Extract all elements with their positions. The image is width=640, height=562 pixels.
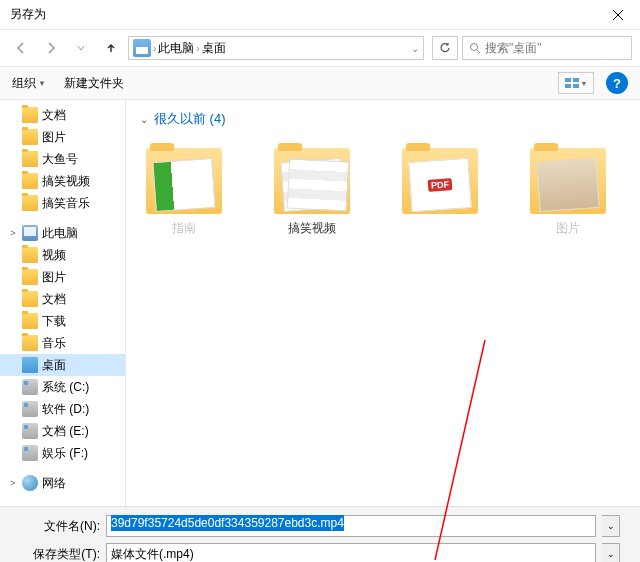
items-grid: 指南搞笑视频图片 [140, 148, 626, 236]
folder-icon [146, 148, 222, 214]
chevron-down-icon[interactable]: ⌄ [411, 43, 419, 54]
folder-icon [22, 269, 38, 285]
sidebar-item-label: 网络 [42, 475, 66, 492]
sidebar-item-网络[interactable]: >网络 [0, 472, 125, 494]
sidebar-item-视频[interactable]: 视频 [0, 244, 125, 266]
sidebar-item-label: 文档 [42, 291, 66, 308]
chevron-right-icon: › [196, 43, 199, 54]
sidebar-item-音乐[interactable]: 音乐 [0, 332, 125, 354]
sidebar-item-图片[interactable]: 图片 [0, 126, 125, 148]
drive-icon [22, 379, 38, 395]
sidebar-item-label: 视频 [42, 247, 66, 264]
folder-item[interactable]: 图片 [524, 148, 612, 236]
sidebar-item-label: 图片 [42, 269, 66, 286]
up-button[interactable] [98, 35, 124, 61]
sidebar-item-label: 系统 (C:) [42, 379, 89, 396]
chevron-down-icon: ▼ [581, 80, 588, 87]
svg-point-0 [471, 44, 478, 51]
pc-icon [133, 39, 151, 57]
toolbar: 组织 ▼ 新建文件夹 ▼ ? [0, 66, 640, 100]
sidebar[interactable]: 文档图片大鱼号搞笑视频搞笑音乐>此电脑视频图片文档下载音乐桌面系统 (C:)软件… [0, 100, 126, 506]
search-icon [469, 42, 481, 54]
folder-icon [22, 335, 38, 351]
sidebar-item-文档[interactable]: 文档 [0, 104, 125, 126]
sidebar-item-文档 (E:)[interactable]: 文档 (E:) [0, 420, 125, 442]
sidebar-item-下载[interactable]: 下载 [0, 310, 125, 332]
sidebar-item-label: 软件 (D:) [42, 401, 89, 418]
net-icon [22, 475, 38, 491]
folder-icon [22, 107, 38, 123]
folder-icon [22, 247, 38, 263]
sidebar-item-label: 此电脑 [42, 225, 78, 242]
breadcrumb-root[interactable]: 此电脑 [158, 40, 194, 57]
chevron-down-icon: ▼ [38, 79, 46, 88]
sidebar-item-label: 文档 [42, 107, 66, 124]
filename-dropdown[interactable]: ⌄ [602, 515, 620, 537]
help-button[interactable]: ? [606, 72, 628, 94]
bottom-panel: 文件名(N): 39d79f35724d5de0df334359287ebd3c… [0, 506, 640, 562]
sidebar-item-大鱼号[interactable]: 大鱼号 [0, 148, 125, 170]
sidebar-item-图片[interactable]: 图片 [0, 266, 125, 288]
search-input[interactable]: 搜索"桌面" [462, 36, 632, 60]
svg-rect-2 [573, 78, 579, 82]
group-header[interactable]: ⌄ 很久以前 (4) [140, 110, 626, 128]
folder-label [396, 220, 484, 236]
chevron-down-icon: ⌄ [140, 114, 148, 125]
drive-icon [22, 445, 38, 461]
content-pane[interactable]: ⌄ 很久以前 (4) 指南搞笑视频图片 [126, 100, 640, 506]
filename-input[interactable]: 39d79f35724d5de0df334359287ebd3c.mp4 [106, 515, 596, 537]
refresh-button[interactable] [432, 36, 458, 60]
sidebar-item-软件 (D:)[interactable]: 软件 (D:) [0, 398, 125, 420]
sidebar-item-label: 搞笑视频 [42, 173, 90, 190]
breadcrumb[interactable]: › 此电脑 › 桌面 ⌄ [128, 36, 424, 60]
new-folder-button[interactable]: 新建文件夹 [64, 75, 124, 92]
sidebar-item-搞笑视频[interactable]: 搞笑视频 [0, 170, 125, 192]
sidebar-item-娱乐 (F:)[interactable]: 娱乐 (F:) [0, 442, 125, 464]
type-label: 保存类型(T): [20, 546, 100, 563]
type-select[interactable]: 媒体文件(.mp4) [106, 543, 596, 562]
sidebar-item-label: 娱乐 (F:) [42, 445, 88, 462]
sidebar-item-label: 下载 [42, 313, 66, 330]
folder-icon [274, 148, 350, 214]
sidebar-item-label: 文档 (E:) [42, 423, 89, 440]
sidebar-item-系统 (C:)[interactable]: 系统 (C:) [0, 376, 125, 398]
drive-icon [22, 423, 38, 439]
sidebar-item-label: 音乐 [42, 335, 66, 352]
recent-dropdown[interactable] [68, 35, 94, 61]
breadcrumb-current[interactable]: 桌面 [202, 40, 226, 57]
folder-icon [22, 129, 38, 145]
folder-icon [22, 291, 38, 307]
folder-icon [22, 195, 38, 211]
expand-icon[interactable]: > [8, 228, 18, 238]
folder-label: 指南 [140, 220, 228, 236]
sidebar-item-此电脑[interactable]: >此电脑 [0, 222, 125, 244]
sidebar-item-桌面[interactable]: 桌面 [0, 354, 125, 376]
close-button[interactable] [595, 0, 640, 30]
pc-icon [22, 225, 38, 241]
organize-button[interactable]: 组织 ▼ [12, 75, 46, 92]
sidebar-item-搞笑音乐[interactable]: 搞笑音乐 [0, 192, 125, 214]
folder-item[interactable] [396, 148, 484, 236]
type-dropdown[interactable]: ⌄ [602, 543, 620, 562]
folder-label: 搞笑视频 [268, 220, 356, 236]
expand-icon[interactable]: > [8, 478, 18, 488]
view-options-button[interactable]: ▼ [558, 72, 594, 94]
main-area: 文档图片大鱼号搞笑视频搞笑音乐>此电脑视频图片文档下载音乐桌面系统 (C:)软件… [0, 100, 640, 506]
svg-rect-4 [573, 84, 579, 88]
folder-item[interactable]: 指南 [140, 148, 228, 236]
back-button[interactable] [8, 35, 34, 61]
folder-icon [402, 148, 478, 214]
sidebar-item-label: 图片 [42, 129, 66, 146]
svg-rect-3 [565, 84, 571, 88]
sidebar-item-label: 大鱼号 [42, 151, 78, 168]
sidebar-item-文档[interactable]: 文档 [0, 288, 125, 310]
drive-icon [22, 401, 38, 417]
folder-icon [22, 173, 38, 189]
search-placeholder: 搜索"桌面" [485, 40, 542, 57]
folder-icon [22, 313, 38, 329]
forward-button[interactable] [38, 35, 64, 61]
folder-item[interactable]: 搞笑视频 [268, 148, 356, 236]
sidebar-item-label: 桌面 [42, 357, 66, 374]
filename-label: 文件名(N): [20, 518, 100, 535]
group-label: 很久以前 (4) [154, 110, 226, 128]
